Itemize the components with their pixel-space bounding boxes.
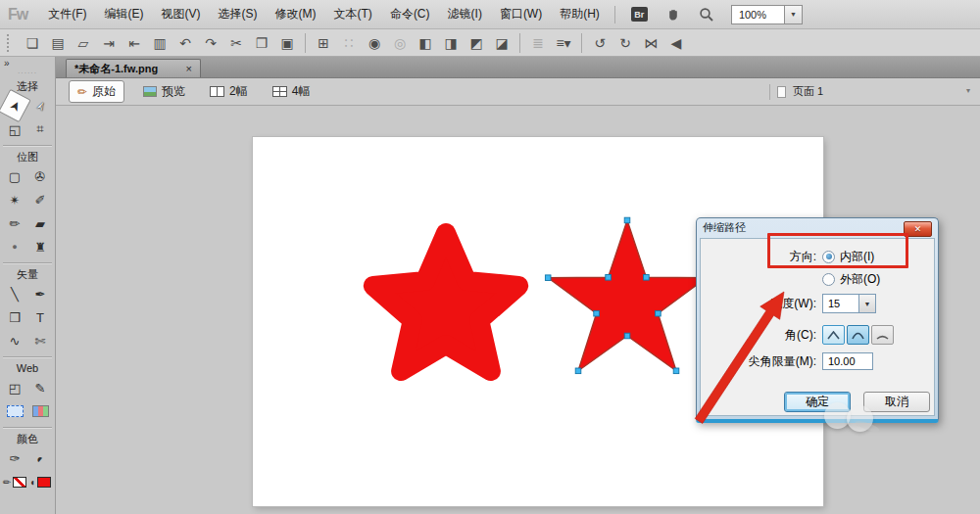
close-icon: ✕ xyxy=(914,224,922,234)
freeform-tool[interactable]: ∿ xyxy=(2,329,27,352)
section-divider xyxy=(3,145,52,146)
toolbar-grip xyxy=(7,34,12,52)
distribute-icon[interactable]: ≣ xyxy=(525,32,551,54)
scale-tool[interactable]: ◱ xyxy=(2,117,27,141)
send-to-back-icon[interactable]: ◪ xyxy=(489,32,514,54)
redo-icon[interactable]: ↷ xyxy=(198,32,223,54)
shape-tool[interactable]: ❒ xyxy=(2,305,27,329)
document-tab-title: *未命名-1.fw.png xyxy=(74,62,158,76)
menu-modify[interactable]: 修改(M) xyxy=(267,0,325,28)
menu-view[interactable]: 视图(V) xyxy=(153,0,210,28)
radio-outside[interactable] xyxy=(822,273,835,286)
import-icon[interactable]: ⇥ xyxy=(96,32,122,54)
fireworks-logo: Fw xyxy=(8,6,27,23)
text-tool[interactable]: T xyxy=(27,305,53,329)
intersect-icon[interactable]: ◎ xyxy=(387,32,413,54)
view-preview[interactable]: 预览 xyxy=(137,81,191,102)
miter-corner-button[interactable] xyxy=(822,325,845,345)
print-icon[interactable]: ▥ xyxy=(147,32,172,54)
rubber-stamp-tool[interactable]: ♜ xyxy=(27,235,53,258)
page-indicator[interactable]: 页面 1 xyxy=(769,78,823,105)
menu-commands[interactable]: 命令(C) xyxy=(381,0,439,28)
four-up-icon xyxy=(272,86,287,97)
cut-icon[interactable]: ✂ xyxy=(223,32,249,54)
stroke-color-tool[interactable]: ✏ xyxy=(2,470,27,493)
flip-vertical-icon[interactable]: ◀ xyxy=(663,32,689,54)
fill-color-tool[interactable]: ◖ xyxy=(27,470,53,493)
chevron-down-icon[interactable]: ▼ xyxy=(859,294,876,313)
miter-limit-input[interactable] xyxy=(822,352,873,370)
rotate-ccw-icon[interactable]: ↺ xyxy=(587,32,612,54)
width-input[interactable] xyxy=(822,294,859,313)
width-combobox: ▼ xyxy=(822,294,876,313)
new-document-icon[interactable]: ❏ xyxy=(20,32,45,54)
eraser-tool[interactable]: ▰ xyxy=(27,211,53,235)
tool-section-label: Web xyxy=(0,360,55,376)
blur-tool[interactable]: ● xyxy=(2,235,27,258)
menu-edit[interactable]: 编辑(E) xyxy=(96,0,153,28)
paste-icon[interactable]: ▣ xyxy=(274,32,300,54)
panel-collapse-button[interactable]: » xyxy=(0,57,55,70)
zoom-tool-icon[interactable] xyxy=(699,7,714,23)
hide-slices-tool[interactable] xyxy=(2,399,27,423)
bring-forward-icon[interactable]: ◨ xyxy=(438,32,464,54)
send-backward-icon[interactable]: ◩ xyxy=(464,32,489,54)
menu-help[interactable]: 帮助(H) xyxy=(551,0,609,28)
section-divider xyxy=(3,356,52,357)
pencil-tool[interactable]: ✏ xyxy=(2,211,27,235)
view-original[interactable]: 原始 xyxy=(69,80,124,103)
hand-tool-icon[interactable] xyxy=(666,7,681,22)
close-icon[interactable]: × xyxy=(186,63,192,74)
marquee-tool[interactable]: ▢ xyxy=(2,164,27,188)
bridge-icon[interactable]: Br xyxy=(631,7,648,22)
selected-star-shape xyxy=(548,220,707,371)
swap-image-icon[interactable]: ∷ xyxy=(336,32,362,54)
slice-tool[interactable]: ✎ xyxy=(27,376,53,399)
page-icon xyxy=(777,86,786,98)
menu-filters[interactable]: 滤镜(I) xyxy=(439,0,491,28)
main-toolbar: ❏▤▱⇥⇤▥↶↷✂❐▣⊞∷◉◎◧◨◩◪≣≡▾↺↻⋈◀ xyxy=(0,29,980,57)
chevron-down-icon[interactable]: ▾ xyxy=(966,86,970,95)
chevron-down-icon[interactable]: ▼ xyxy=(784,6,802,23)
two-up-icon xyxy=(210,86,224,97)
menu-file[interactable]: 文件(F) xyxy=(39,0,95,28)
bevel-corner-button[interactable] xyxy=(871,325,894,345)
save-icon[interactable]: ▤ xyxy=(45,32,71,54)
open-icon[interactable]: ▱ xyxy=(71,32,96,54)
pen-tool[interactable]: ✒ xyxy=(27,282,53,305)
menu-text[interactable]: 文本(T) xyxy=(325,0,381,28)
line-tool[interactable]: ╲ xyxy=(2,282,27,305)
radio-outside-label[interactable]: 外部(O) xyxy=(840,271,880,288)
tool-grid: ▢✇✴✐✏▰●♜ xyxy=(0,164,55,258)
copy-icon[interactable]: ❐ xyxy=(249,32,274,54)
bring-to-front-icon[interactable]: ◧ xyxy=(413,32,438,54)
export-icon[interactable]: ⇤ xyxy=(122,32,147,54)
view-mode-bar: 原始预览2幅4幅 页面 1 ▾ xyxy=(56,78,980,106)
nine-slice-icon[interactable]: ⊞ xyxy=(311,32,336,54)
cancel-button[interactable]: 取消 xyxy=(863,392,930,412)
lasso-tool[interactable]: ✇ xyxy=(27,164,53,188)
view-four-up[interactable]: 4幅 xyxy=(267,81,317,102)
brush-tool[interactable]: ✐ xyxy=(27,188,53,211)
magic-wand-tool[interactable]: ✴ xyxy=(2,188,27,211)
rotate-cw-icon[interactable]: ↻ xyxy=(612,32,638,54)
zoom-level-select[interactable]: 100% ▼ xyxy=(731,5,803,24)
document-tabbar: *未命名-1.fw.png × xyxy=(56,57,980,78)
view-two-up[interactable]: 2幅 xyxy=(204,81,254,102)
hotspot-tool[interactable]: ◰ xyxy=(2,376,27,399)
panel-grip: ······ xyxy=(0,70,55,78)
undo-icon[interactable]: ↶ xyxy=(172,32,198,54)
corner-buttons xyxy=(822,325,894,345)
fireworks-window: Fw 文件(F)编辑(E)视图(V)选择(S)修改(M)文本(T)命令(C)滤镜… xyxy=(0,0,980,514)
crop-tool[interactable]: ⌗ xyxy=(27,117,53,141)
flip-horizontal-icon[interactable]: ⋈ xyxy=(638,32,663,54)
knife-tool[interactable]: ✄ xyxy=(27,329,53,352)
menu-window[interactable]: 窗口(W) xyxy=(491,0,551,28)
tool-grid: ✑◖✏◖ xyxy=(0,446,55,493)
menu-select[interactable]: 选择(S) xyxy=(210,0,267,28)
round-corner-button[interactable] xyxy=(847,325,869,345)
union-icon[interactable]: ◉ xyxy=(362,32,387,54)
document-tab[interactable]: *未命名-1.fw.png × xyxy=(66,59,201,77)
align-icon[interactable]: ≡▾ xyxy=(551,32,576,54)
show-slices-tool[interactable] xyxy=(27,399,53,423)
